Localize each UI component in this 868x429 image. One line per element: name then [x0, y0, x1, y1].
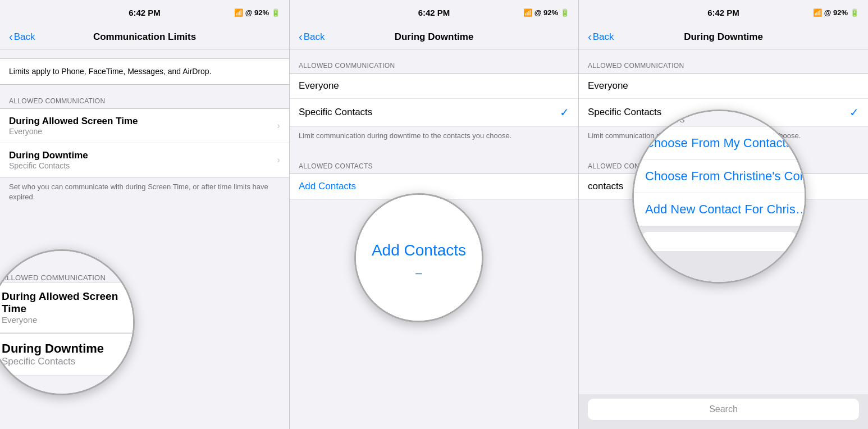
list-group-2b: Add Contacts [290, 174, 578, 199]
item-title-specific: Specific Contacts [299, 107, 372, 118]
status-icons-2: 📶 @ 92% 🔋 [523, 8, 569, 17]
desc-content-2: Limit communication during downtime to t… [299, 131, 511, 140]
nav-title-2: During Downtime [395, 31, 474, 43]
nav-title-1: Communication Limits [93, 31, 196, 43]
list-item-add-contacts[interactable]: Add Contacts [290, 174, 578, 199]
back-label-1: Back [14, 31, 35, 43]
back-chevron-3: ‹ [588, 30, 592, 43]
item-title-downtime: During Downtime [9, 150, 88, 161]
panel-during-downtime: 6:42 PM 📶 @ 92% 🔋 ‹ Back During Downtime… [289, 0, 578, 429]
item-title-add-contacts: Add Contacts [299, 181, 356, 192]
status-bar-2: 6:42 PM 📶 @ 92% 🔋 [290, 0, 578, 25]
status-time-2: 6:42 PM [418, 8, 450, 17]
status-icons-3: 📶 @ 92% 🔋 [813, 8, 859, 17]
mag-downtime-subtitle: Specific Contacts [2, 356, 122, 367]
back-chevron-2: ‹ [299, 30, 303, 43]
search-placeholder-3: Search [709, 404, 738, 414]
section-header-allowed-3: ALLOWED COMMUNICATION [579, 49, 868, 73]
mag-everyone: Everyone [2, 315, 122, 325]
list-item-specific-3[interactable]: Specific Contacts ✓ [579, 99, 868, 126]
mag-downtime-title: During Downtime [2, 341, 122, 356]
mag-content-2: Add Contacts _ [372, 241, 466, 275]
chevron-downtime: › [277, 154, 280, 166]
mag-add-contacts: Add Contacts [372, 241, 466, 259]
chevron-screen-time: › [277, 120, 280, 131]
nav-bar-2: ‹ Back During Downtime [290, 25, 578, 49]
info-text-1: Limits apply to Phone, FaceTime, Message… [9, 67, 212, 76]
panel-during-downtime-2: 6:42 PM 📶 @ 92% 🔋 ‹ Back During Downtime… [578, 0, 868, 429]
item-title-specific-3: Specific Contacts [588, 107, 661, 118]
checkmark-3: ✓ [849, 106, 859, 119]
battery-icon-3: 🔋 [850, 8, 859, 17]
section-header-allowed-2: ALLOWED COMMUNICATION [290, 49, 578, 73]
signal-text-2: @ 92% [534, 8, 558, 17]
back-chevron-1: ‹ [9, 30, 13, 43]
magnifier-2: Add Contacts _ [354, 193, 483, 322]
back-button-1[interactable]: ‹ Back [9, 30, 35, 43]
back-button-3[interactable]: ‹ Back [588, 30, 614, 43]
item-subtitle-screen-time: Everyone [9, 127, 138, 136]
footer-content-1: Set who you can communicate with during … [9, 182, 268, 201]
signal-text-1: @ 92% [245, 8, 269, 17]
mag-row-screen: During Allowed Screen Time Everyone [0, 282, 133, 333]
section-header-contacts-2: ALLOWED CONTACTS [290, 150, 578, 174]
nav-bar-3: ‹ Back During Downtime [579, 25, 868, 49]
back-label-3: Back [593, 31, 614, 43]
nav-title-3: During Downtime [684, 31, 763, 43]
list-item-everyone-3[interactable]: Everyone [579, 74, 868, 99]
list-item-contacts-3[interactable]: contacts [579, 174, 868, 199]
desc-text-3: Limit communication during downtime to t… [579, 126, 868, 150]
list-item-downtime[interactable]: During Downtime Specific Contacts › [0, 143, 289, 177]
desc-content-3: Limit communication during downtime to t… [588, 131, 801, 140]
list-item-everyone[interactable]: Everyone [290, 74, 578, 99]
section-header-contacts-3: ALLOWED CONTACTS [579, 150, 868, 174]
wifi-icon-3: 📶 [813, 8, 822, 17]
section-header-allowed-1: ALLOWED COMMUNICATION [0, 85, 289, 108]
mag-bottom-search [634, 226, 805, 282]
battery-icon-1: 🔋 [271, 8, 280, 17]
back-label-2: Back [304, 31, 325, 43]
list-group-3a: Everyone Specific Contacts ✓ [579, 73, 868, 126]
mag-add-new-text: Add New Contact For Chris… [645, 202, 805, 216]
info-block-1: Limits apply to Phone, FaceTime, Message… [0, 58, 289, 85]
list-item-specific-contacts[interactable]: Specific Contacts ✓ [290, 99, 578, 126]
checkmark-specific: ✓ [560, 106, 569, 119]
mag-add-contacts-underscore: _ [372, 262, 466, 275]
status-bar-3: 6:42 PM 📶 @ 92% 🔋 [579, 0, 868, 25]
signal-text-3: @ 92% [824, 8, 848, 17]
list-item-allowed-screen-time[interactable]: During Allowed Screen Time Everyone › [0, 109, 289, 143]
mag-search-box [643, 232, 796, 251]
desc-text-2: Limit communication during downtime to t… [290, 126, 578, 150]
panel-communication-limits: 6:42 PM 📶 @ 92% 🔋 ‹ Back Communication L… [0, 0, 289, 429]
status-time-1: 6:42 PM [129, 8, 161, 17]
search-bar-3[interactable]: Search [588, 399, 859, 420]
item-title-everyone-3: Everyone [588, 80, 628, 92]
mag-row-downtime: During Downtime Specific Contacts [0, 334, 133, 376]
wifi-icon-1: 📶 [234, 8, 243, 17]
search-area-3: Search [579, 394, 868, 429]
nav-bar-1: ‹ Back Communication Limits [0, 25, 289, 49]
mag-section-label: ALLOWED COMMUNICATION [0, 269, 133, 282]
item-title-contacts-3: contacts [588, 181, 623, 192]
status-time-3: 6:42 PM [707, 8, 739, 17]
mag-inner-1: ALLOWED COMMUNICATION During Allowed Scr… [0, 251, 133, 394]
wifi-icon-2: 📶 [523, 8, 532, 17]
battery-icon-2: 🔋 [560, 8, 569, 17]
back-button-2[interactable]: ‹ Back [299, 30, 325, 43]
status-icons-1: 📶 @ 92% 🔋 [234, 8, 280, 17]
item-content-screen-time: During Allowed Screen Time Everyone [9, 116, 138, 136]
footer-text-1: Set who you can communicate with during … [0, 177, 289, 211]
mag-inner-2: Add Contacts _ [356, 195, 482, 321]
item-subtitle-downtime: Specific Contacts [9, 161, 88, 170]
magnifier-1: ALLOWED COMMUNICATION During Allowed Scr… [0, 249, 135, 395]
item-content-downtime: During Downtime Specific Contacts [9, 150, 88, 170]
item-title-everyone: Everyone [299, 80, 339, 92]
list-group-2a: Everyone Specific Contacts ✓ [290, 73, 578, 126]
list-group-3b: contacts [579, 174, 868, 199]
status-bar-1: 6:42 PM 📶 @ 92% 🔋 [0, 0, 289, 25]
mag-during-screen: During Allowed Screen Time [2, 290, 122, 315]
item-title-screen-time: During Allowed Screen Time [9, 116, 138, 127]
list-group-1: During Allowed Screen Time Everyone › Du… [0, 108, 289, 177]
